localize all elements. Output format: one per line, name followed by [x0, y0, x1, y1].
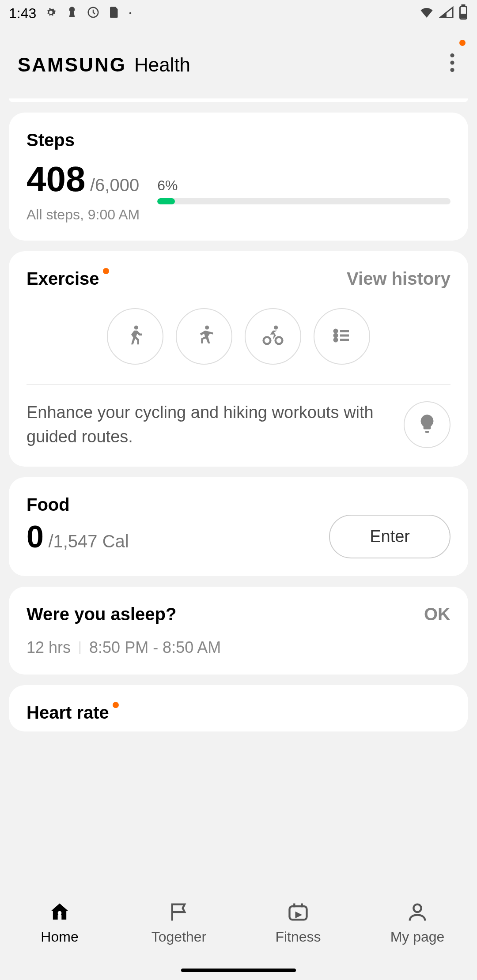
- divider: [26, 384, 450, 384]
- app-header: SAMSUNG Health: [0, 26, 477, 98]
- steps-card[interactable]: Steps 408 /6,000 All steps, 9:00 AM 6%: [9, 113, 468, 241]
- exercise-icons: [26, 308, 450, 365]
- food-count: 0: [26, 520, 44, 554]
- heart-rate-card[interactable]: Heart rate: [9, 685, 468, 731]
- notification-dot-icon: [113, 702, 119, 708]
- food-card[interactable]: Food 0 /1,547 Cal Enter: [9, 477, 468, 576]
- heart-title: Heart rate: [26, 703, 109, 723]
- running-icon: [192, 324, 216, 349]
- battery-icon: [458, 4, 468, 22]
- steps-title: Steps: [26, 130, 75, 150]
- separator: [80, 641, 80, 654]
- brand: SAMSUNG Health: [18, 54, 190, 76]
- nav-handle[interactable]: [181, 969, 296, 972]
- nav-fitness[interactable]: Fitness: [238, 900, 358, 945]
- running-button[interactable]: [176, 308, 232, 365]
- brand-health: Health: [134, 54, 190, 76]
- heart-title-text: Heart rate: [26, 703, 109, 722]
- svg-rect-2: [462, 5, 465, 7]
- steps-percent: 6%: [157, 177, 450, 194]
- sleep-duration: 12 hrs: [26, 638, 71, 657]
- steps-body: 408 /6,000 All steps, 9:00 AM 6%: [26, 159, 450, 223]
- svg-point-12: [334, 330, 337, 332]
- tip-text: Enhance your cycling and hiking workouts…: [26, 400, 393, 449]
- steps-progress: 6%: [157, 177, 450, 204]
- svg-point-6: [450, 68, 454, 72]
- svg-point-9: [264, 337, 271, 344]
- more-exercises-button[interactable]: [314, 308, 370, 365]
- sleep-title: Were you asleep?: [26, 604, 176, 624]
- signal-icon: [439, 6, 454, 21]
- gear-icon: [44, 6, 57, 21]
- walking-icon: [123, 324, 147, 349]
- list-icon: [331, 325, 352, 348]
- food-goal: /1,547 Cal: [48, 531, 129, 551]
- svg-point-11: [274, 326, 278, 330]
- svg-point-10: [276, 337, 283, 344]
- status-right: [419, 4, 468, 22]
- dot-icon: •: [129, 9, 132, 17]
- fitness-icon: [286, 900, 310, 924]
- svg-point-4: [450, 53, 454, 57]
- more-vertical-icon: [450, 58, 455, 76]
- sleep-subtext: 12 hrs 8:50 PM - 8:50 AM: [26, 638, 450, 657]
- tip-bulb-button[interactable]: [404, 401, 450, 448]
- exercise-title: Exercise: [26, 269, 99, 289]
- status-time: 1:43: [9, 5, 36, 22]
- more-button[interactable]: [445, 49, 459, 81]
- flag-icon: [167, 900, 191, 924]
- svg-rect-3: [462, 15, 466, 18]
- sleep-card[interactable]: Were you asleep? OK 12 hrs 8:50 PM - 8:5…: [9, 587, 468, 675]
- steps-goal: /6,000: [90, 175, 139, 195]
- bottom-nav: Home Together Fitness My page: [0, 892, 477, 980]
- status-bar: 1:43 •: [0, 0, 477, 26]
- food-title: Food: [26, 495, 70, 515]
- sim-icon: [108, 6, 121, 21]
- status-left: 1:43 •: [9, 5, 132, 22]
- nav-mypage-label: My page: [390, 929, 445, 945]
- notification-dot-icon: [103, 268, 109, 274]
- user-icon: [405, 900, 430, 924]
- brand-samsung: SAMSUNG: [18, 54, 126, 76]
- nav-together[interactable]: Together: [119, 900, 238, 945]
- progress-fill: [157, 198, 175, 204]
- content: Steps 408 /6,000 All steps, 9:00 AM 6% E…: [0, 98, 477, 731]
- notification-dot-icon: [459, 40, 466, 46]
- food-body: 0 /1,547 Cal Enter: [26, 515, 450, 558]
- home-icon: [47, 900, 72, 924]
- bulb-icon: [416, 413, 438, 437]
- exercise-title-text: Exercise: [26, 269, 99, 288]
- nav-mypage[interactable]: My page: [358, 900, 477, 945]
- sleep-ok-button[interactable]: OK: [424, 604, 450, 624]
- nav-home[interactable]: Home: [0, 900, 119, 945]
- steps-value-row: 408 /6,000: [26, 159, 140, 200]
- exercise-header: Exercise View history: [26, 269, 450, 289]
- exercise-card[interactable]: Exercise View history: [9, 251, 468, 467]
- sleep-range: 8:50 PM - 8:50 AM: [89, 638, 221, 657]
- app-icon: [65, 6, 79, 21]
- svg-point-19: [413, 905, 421, 912]
- cycling-icon: [261, 324, 285, 349]
- svg-point-7: [134, 326, 138, 330]
- cycling-button[interactable]: [245, 308, 301, 365]
- steps-count: 408: [26, 159, 85, 199]
- nav-home-label: Home: [41, 929, 78, 945]
- wifi-icon: [419, 6, 435, 21]
- svg-point-16: [334, 339, 337, 341]
- walking-button[interactable]: [107, 308, 163, 365]
- tip-row[interactable]: Enhance your cycling and hiking workouts…: [26, 400, 450, 449]
- svg-point-8: [205, 326, 209, 330]
- clock-icon: [87, 6, 100, 21]
- steps-left: 408 /6,000 All steps, 9:00 AM: [26, 159, 140, 223]
- progress-bar: [157, 198, 450, 204]
- svg-point-5: [450, 60, 454, 64]
- sleep-header: Were you asleep? OK: [26, 604, 450, 624]
- card-peek: [9, 98, 468, 102]
- enter-button[interactable]: Enter: [329, 515, 450, 558]
- steps-subtext: All steps, 9:00 AM: [26, 207, 140, 223]
- nav-together-label: Together: [151, 929, 207, 945]
- view-history-link[interactable]: View history: [347, 269, 450, 289]
- nav-fitness-label: Fitness: [275, 929, 321, 945]
- food-value-row: 0 /1,547 Cal: [26, 519, 129, 554]
- svg-point-14: [334, 334, 337, 337]
